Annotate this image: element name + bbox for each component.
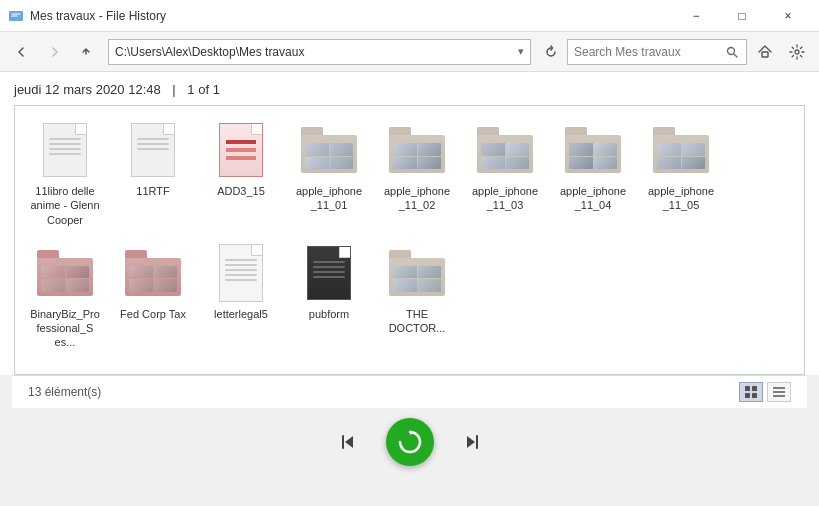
svg-rect-6 — [752, 386, 757, 391]
file-label-letterlegal5: letterlegal5 — [214, 307, 268, 321]
title-bar: Mes travaux - File History − □ × — [0, 0, 819, 32]
view-buttons — [739, 382, 791, 402]
maximize-button[interactable]: □ — [719, 0, 765, 32]
home-button[interactable] — [751, 38, 779, 66]
file-item-pubform[interactable]: pubform — [289, 239, 369, 354]
svg-line-2 — [734, 54, 737, 57]
file-icon-pubform — [299, 243, 359, 303]
title-bar-controls: − □ × — [673, 0, 811, 32]
svg-point-1 — [728, 47, 735, 54]
file-label-fedcorp: Fed Corp Tax — [120, 307, 186, 321]
file-label-apple-02: apple_iphone_11_02 — [381, 184, 453, 213]
file-label-add3-15: ADD3_15 — [217, 184, 265, 198]
file-grid: 11libro delle anime - Glenn Cooper 11RTF — [25, 116, 794, 354]
first-button[interactable] — [330, 424, 366, 460]
refresh-button[interactable] — [539, 40, 563, 64]
separator: | — [172, 82, 175, 97]
svg-rect-3 — [762, 52, 768, 57]
settings-button[interactable] — [783, 38, 811, 66]
svg-point-4 — [795, 50, 799, 54]
file-icon-11libro — [35, 120, 95, 180]
play-main-button[interactable] — [386, 418, 434, 466]
view-grid-button[interactable] — [739, 382, 763, 402]
close-button[interactable]: × — [765, 0, 811, 32]
file-item-11rtf[interactable]: 11RTF — [113, 116, 193, 231]
file-icon-apple-03 — [475, 120, 535, 180]
file-icon-apple-01 — [299, 120, 359, 180]
file-label-pubform: pubform — [309, 307, 349, 321]
date-header: jeudi 12 mars 2020 12:48 | 1 of 1 — [14, 72, 805, 105]
file-label-binarybiz: BinaryBiz_Professional_S es... — [29, 307, 101, 350]
file-item-11libro[interactable]: 11libro delle anime - Glenn Cooper — [25, 116, 105, 231]
file-icon-fedcorp — [123, 243, 183, 303]
file-icon-apple-02 — [387, 120, 447, 180]
back-button[interactable] — [8, 38, 36, 66]
main-content-area: jeudi 12 mars 2020 12:48 | 1 of 1 — [0, 72, 819, 375]
page-info: 1 of 1 — [187, 82, 220, 97]
search-button[interactable] — [724, 41, 740, 63]
file-item-apple-01[interactable]: apple_iphone_11_01 — [289, 116, 369, 231]
file-item-thedoctor[interactable]: THE DOCTOR... — [377, 239, 457, 354]
file-label-apple-05: apple_iphone_11_05 — [645, 184, 717, 213]
file-item-apple-02[interactable]: apple_iphone_11_02 — [377, 116, 457, 231]
file-item-apple-03[interactable]: apple_iphone_11_03 — [465, 116, 545, 231]
svg-rect-5 — [745, 386, 750, 391]
file-icon-thedoctor — [387, 243, 447, 303]
file-icon-binarybiz — [35, 243, 95, 303]
minimize-button[interactable]: − — [673, 0, 719, 32]
file-label-apple-04: apple_iphone_11_04 — [557, 184, 629, 213]
address-input[interactable] — [115, 45, 518, 59]
search-bar — [567, 39, 747, 65]
address-bar: ▾ — [108, 39, 531, 65]
file-label-11libro: 11libro delle anime - Glenn Cooper — [29, 184, 101, 227]
file-item-binarybiz[interactable]: BinaryBiz_Professional_S es... — [25, 239, 105, 354]
file-item-letterlegal5[interactable]: letterlegal5 — [201, 239, 281, 354]
address-dropdown-icon[interactable]: ▾ — [518, 45, 524, 58]
file-item-apple-04[interactable]: apple_iphone_11_04 — [553, 116, 633, 231]
file-label-apple-03: apple_iphone_11_03 — [469, 184, 541, 213]
file-icon-add3-15 — [211, 120, 271, 180]
svg-rect-7 — [745, 393, 750, 398]
title-bar-left: Mes travaux - File History — [8, 8, 166, 24]
window-title: Mes travaux - File History — [30, 9, 166, 23]
date-text: jeudi 12 mars 2020 12:48 — [14, 82, 161, 97]
last-button[interactable] — [454, 424, 490, 460]
file-icon-apple-04 — [563, 120, 623, 180]
file-label-thedoctor: THE DOCTOR... — [381, 307, 453, 336]
file-icon-11rtf — [123, 120, 183, 180]
item-count: 13 élément(s) — [28, 385, 101, 399]
view-list-button[interactable] — [767, 382, 791, 402]
file-item-add3-15[interactable]: ADD3_15 — [201, 116, 281, 231]
file-item-apple-05[interactable]: apple_iphone_11_05 — [641, 116, 721, 231]
playback-bar — [0, 408, 819, 476]
file-icon-letterlegal5 — [211, 243, 271, 303]
svg-rect-8 — [752, 393, 757, 398]
up-folder-button[interactable] — [72, 38, 100, 66]
file-item-fedcorp[interactable]: Fed Corp Tax — [113, 239, 193, 354]
forward-button[interactable] — [40, 38, 68, 66]
file-label-apple-01: apple_iphone_11_01 — [293, 184, 365, 213]
file-label-11rtf: 11RTF — [136, 184, 169, 198]
file-icon-apple-05 — [651, 120, 711, 180]
navigation-bar: ▾ — [0, 32, 819, 72]
status-bar: 13 élément(s) — [12, 375, 807, 408]
file-grid-container: 11libro delle anime - Glenn Cooper 11RTF — [14, 105, 805, 375]
search-input[interactable] — [574, 45, 724, 59]
app-icon — [8, 8, 24, 24]
